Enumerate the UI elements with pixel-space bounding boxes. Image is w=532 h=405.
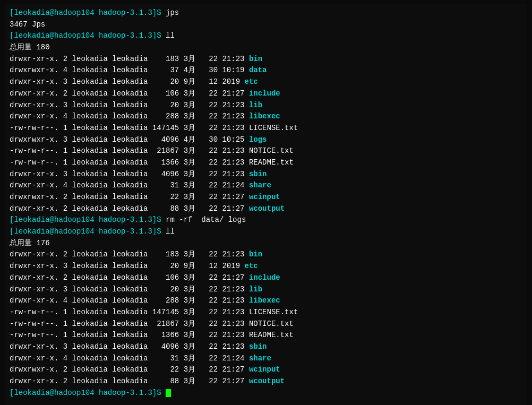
terminal-line-26: -rw-rw-r--. 1 leokadia leokadia 147145 3… [10,307,522,318]
terminal-cursor [166,389,171,397]
terminal-line-33: [leokadia@hadoop104 hadoop-3.1.3]$ [10,387,522,399]
terminal-line-12: -rw-rw-r--. 1 leokadia leokadia 21867 3月… [10,145,522,157]
terminal-line-0: [leokadia@hadoop104 hadoop-3.1.3]$ jps [10,7,522,19]
terminal-line-8: drwxr-xr-x. 3 leokadia leokadia 20 3月 22… [10,100,522,111]
terminal-line-22: drwxr-xr-x. 3 leokadia leokadia 20 9月 12… [10,261,522,272]
terminal-line-21: drwxr-xr-x. 2 leokadia leokadia 183 3月 2… [10,249,522,261]
terminal-line-24: drwxr-xr-x. 3 leokadia leokadia 20 3月 22… [10,284,522,296]
terminal-line-29: drwxr-xr-x. 3 leokadia leokadia 4096 3月 … [10,341,522,353]
terminal-line-17: drwxr-xr-x. 2 leokadia leokadia 88 3月 22… [10,203,522,215]
terminal-line-15: drwxr-xr-x. 4 leokadia leokadia 31 3月 22… [10,180,522,192]
terminal-line-5: drwxrwxr-x. 4 leokadia leokadia 37 4月 30… [10,65,522,76]
terminal-line-1: 3467 Jps [10,19,522,31]
terminal-line-14: drwxr-xr-x. 3 leokadia leokadia 4096 3月 … [10,169,522,180]
terminal-line-20: 总用量 176 [10,238,522,249]
terminal-line-32: drwxr-xr-x. 2 leokadia leokadia 88 3月 22… [10,376,522,387]
terminal-line-19: [leokadia@hadoop104 hadoop-3.1.3]$ ll [10,226,522,238]
terminal-line-13: -rw-rw-r--. 1 leokadia leokadia 1366 3月 … [10,157,522,169]
terminal-line-27: -rw-rw-r--. 1 leokadia leokadia 21867 3月… [10,318,522,330]
terminal-line-30: drwxr-xr-x. 4 leokadia leokadia 31 3月 22… [10,353,522,365]
terminal-line-9: drwxr-xr-x. 4 leokadia leokadia 288 3月 2… [10,111,522,123]
terminal-window: { "terminal": { "lines": [ { "type": "pr… [5,4,527,405]
terminal-line-25: drwxr-xr-x. 4 leokadia leokadia 288 3月 2… [10,295,522,307]
terminal-line-23: drwxr-xr-x. 2 leokadia leokadia 106 3月 2… [10,272,522,284]
terminal-line-2: [leokadia@hadoop104 hadoop-3.1.3]$ ll [10,30,522,42]
terminal-line-10: -rw-rw-r--. 1 leokadia leokadia 147145 3… [10,123,522,134]
terminal-line-16: drwxrwxr-x. 2 leokadia leokadia 22 3月 22… [10,192,522,203]
terminal-line-11: drwxrwxr-x. 3 leokadia leokadia 4096 4月 … [10,134,522,146]
terminal-line-7: drwxr-xr-x. 2 leokadia leokadia 106 3月 2… [10,88,522,100]
terminal-line-3: 总用量 180 [10,42,522,54]
terminal-content[interactable]: [leokadia@hadoop104 hadoop-3.1.3]$ jps34… [10,7,522,399]
terminal-line-18: [leokadia@hadoop104 hadoop-3.1.3]$ rm -r… [10,214,522,226]
terminal-line-6: drwxr-xr-x. 3 leokadia leokadia 20 9月 12… [10,76,522,88]
terminal-line-28: -rw-rw-r--. 1 leokadia leokadia 1366 3月 … [10,330,522,341]
terminal-line-31: drwxrwxr-x. 2 leokadia leokadia 22 3月 22… [10,364,522,376]
terminal-line-4: drwxr-xr-x. 2 leokadia leokadia 183 3月 2… [10,54,522,65]
